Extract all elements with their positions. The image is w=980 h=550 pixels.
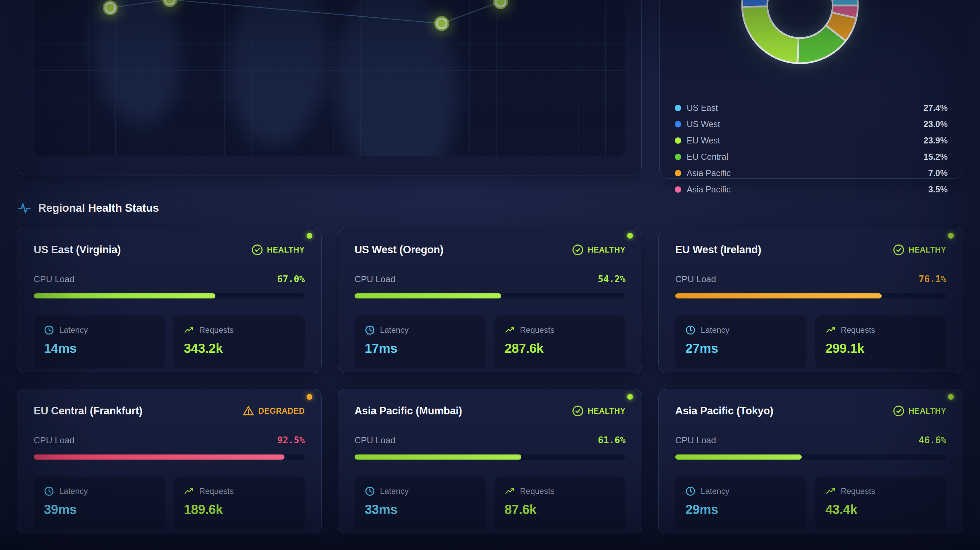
card-header: Asia Pacific (Tokyo) HEALTHY <box>675 405 946 417</box>
latency-metric: Latency 33ms <box>355 477 485 529</box>
legend-color-dot <box>675 186 681 193</box>
legend-item[interactable]: EU Central 15.2% <box>675 149 948 165</box>
status-dot <box>948 394 954 400</box>
status-label: HEALTHY <box>588 407 625 416</box>
metrics: Latency 14ms Requests 343.2k <box>34 315 305 368</box>
legend-color-dot <box>675 137 681 144</box>
world-map-panel <box>17 0 642 175</box>
legend-item[interactable]: US East 27.4% <box>675 100 948 116</box>
legend-value: 3.5% <box>928 185 948 195</box>
section-header: Regional Health Status <box>18 200 159 216</box>
requests-metric: Requests 343.2k <box>173 315 305 368</box>
latency-value: 33ms <box>365 502 476 517</box>
region-card-us-east: US East (Virginia) HEALTHY CPU Load <box>17 228 321 373</box>
requests-metric: Requests 87.6k <box>495 477 625 529</box>
status-badge: HEALTHY <box>572 405 625 417</box>
legend-item[interactable]: US West 23.0% <box>675 116 948 132</box>
status-label: HEALTHY <box>267 246 305 255</box>
requests-label: Requests <box>199 325 234 335</box>
cpu-progress-track <box>675 455 946 460</box>
region-name: EU West (Ireland) <box>675 244 761 256</box>
status-badge: HEALTHY <box>893 244 946 256</box>
legend-color-dot <box>675 105 681 111</box>
region-name: Asia Pacific (Tokyo) <box>675 405 773 417</box>
requests-value: 287.6k <box>504 341 615 356</box>
status-label: HEALTHY <box>908 246 946 255</box>
requests-metric: Requests 189.6k <box>173 477 305 529</box>
latency-value: 14ms <box>44 341 154 356</box>
cpu-load-label: CPU Load <box>675 435 716 445</box>
legend-item[interactable]: Asia Pacific 7.0% <box>675 165 948 181</box>
latency-metric: Latency 14ms <box>34 315 165 368</box>
region-cards-row-1: US East (Virginia) HEALTHY CPU Load <box>0 228 980 373</box>
metric-header: Requests <box>184 486 294 496</box>
metrics: Latency 17ms Requests 287.6k <box>355 315 626 368</box>
section-title: Regional Health Status <box>38 201 159 214</box>
requests-label: Requests <box>841 487 875 496</box>
donut-segment <box>742 0 795 7</box>
metrics: Latency 29ms Requests 43.4k <box>675 477 946 529</box>
donut-legend: US East 27.4% US West 23.0% EU West 23.9… <box>675 100 948 198</box>
card-header: EU Central (Frankfurt) DEGRADED <box>34 405 305 417</box>
metrics: Latency 33ms Requests 87.6k <box>355 477 626 529</box>
cpu-row: CPU Load 61.6% <box>355 435 626 445</box>
legend-item[interactable]: Asia Pacific 3.5% <box>675 181 948 198</box>
status-label: HEALTHY <box>588 246 625 255</box>
trending-up-icon <box>504 325 515 335</box>
metric-header: Latency <box>44 486 154 496</box>
activity-pulse-icon <box>18 201 30 214</box>
region-cards-row-2: EU Central (Frankfurt) DEGRADED CPU Load <box>0 389 980 534</box>
latency-value: 39ms <box>44 502 154 517</box>
latency-label: Latency <box>380 325 409 335</box>
legend-label: US East <box>687 103 718 113</box>
metric-header: Latency <box>44 325 154 335</box>
requests-value: 299.1k <box>826 341 936 356</box>
cpu-load-label: CPU Load <box>355 435 395 445</box>
legend-color-dot <box>675 154 681 160</box>
legend-item[interactable]: EU West 23.9% <box>675 132 948 149</box>
cpu-load-value: 92.5% <box>277 435 305 445</box>
latency-metric: Latency 39ms <box>34 477 165 529</box>
region-card-asia-tokyo: Asia Pacific (Tokyo) HEALTHY CPU Load <box>659 389 963 534</box>
cpu-progress-fill <box>355 455 522 460</box>
cpu-progress-fill <box>675 293 881 298</box>
metric-header: Requests <box>504 325 615 335</box>
status-label: HEALTHY <box>908 407 946 416</box>
latency-label: Latency <box>59 325 88 335</box>
trending-up-icon <box>184 486 194 496</box>
status-badge: HEALTHY <box>572 244 625 256</box>
legend-color-dot <box>675 170 681 176</box>
cpu-load-value: 67.0% <box>277 274 305 284</box>
requests-value: 343.2k <box>184 341 294 356</box>
legend-value: 23.9% <box>924 136 948 146</box>
legend-label: Asia Pacific <box>687 185 730 195</box>
card-header: EU West (Ireland) HEALTHY <box>675 244 946 256</box>
cpu-load-value: 76.1% <box>919 274 946 284</box>
card-header: Asia Pacific (Mumbai) HEALTHY <box>355 405 626 417</box>
metric-header: Latency <box>685 325 796 335</box>
requests-value: 43.4k <box>826 502 936 517</box>
card-header: US West (Oregon) HEALTHY <box>355 244 626 256</box>
warning-triangle-icon <box>243 405 254 417</box>
metric-header: Latency <box>365 486 476 496</box>
check-circle-icon <box>572 405 584 417</box>
clock-icon <box>685 325 695 335</box>
cpu-row: CPU Load 92.5% <box>34 435 305 445</box>
region-card-asia-mumbai: Asia Pacific (Mumbai) HEALTHY CPU Load <box>338 389 643 534</box>
cpu-progress-fill <box>355 293 501 298</box>
status-dot <box>627 394 633 400</box>
cpu-row: CPU Load 46.6% <box>675 435 946 445</box>
status-dot <box>627 233 633 239</box>
map-grid <box>34 0 625 156</box>
cpu-progress-track <box>34 455 305 460</box>
trending-up-icon <box>504 486 515 496</box>
clock-icon <box>685 486 695 496</box>
region-name: US East (Virginia) <box>34 244 121 256</box>
legend-color-dot <box>675 121 681 127</box>
metric-header: Requests <box>184 325 294 335</box>
region-name: EU Central (Frankfurt) <box>34 405 142 417</box>
requests-value: 87.6k <box>504 502 615 517</box>
status-badge: HEALTHY <box>893 405 946 417</box>
metric-header: Requests <box>826 486 936 496</box>
cpu-progress-track <box>34 293 305 298</box>
